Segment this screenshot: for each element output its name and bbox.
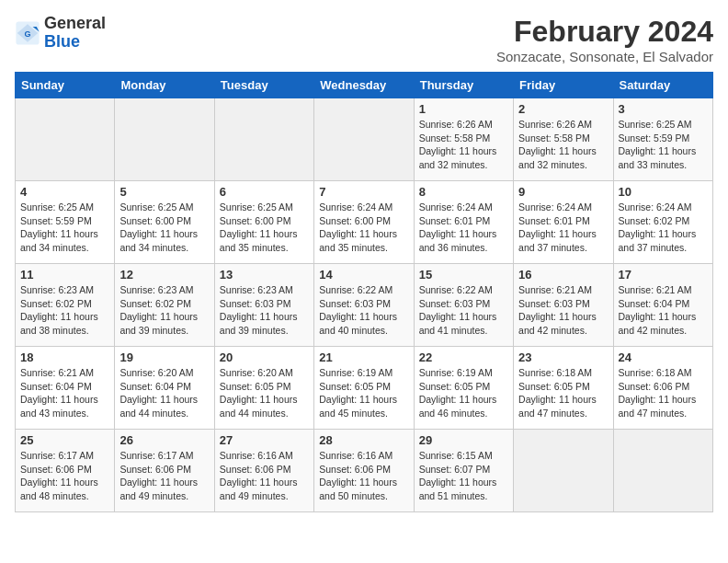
day-number: 13 — [220, 268, 309, 282]
day-info: Sunrise: 6:18 AM Sunset: 6:06 PM Dayligh… — [619, 366, 708, 420]
calendar-cell: 5Sunrise: 6:25 AM Sunset: 6:00 PM Daylig… — [115, 181, 214, 264]
calendar-cell — [613, 430, 712, 512]
day-number: 1 — [419, 102, 508, 116]
day-number: 20 — [220, 350, 309, 364]
day-number: 21 — [319, 350, 408, 364]
day-number: 17 — [619, 268, 708, 282]
calendar-table: SundayMondayTuesdayWednesdayThursdayFrid… — [15, 72, 713, 512]
day-number: 25 — [20, 433, 109, 447]
day-info: Sunrise: 6:21 AM Sunset: 6:04 PM Dayligh… — [619, 283, 708, 338]
calendar-cell: 9Sunrise: 6:24 AM Sunset: 6:01 PM Daylig… — [514, 181, 613, 264]
day-number: 9 — [518, 185, 608, 199]
day-info: Sunrise: 6:25 AM Sunset: 5:59 PM Dayligh… — [20, 201, 109, 255]
calendar-cell: 7Sunrise: 6:24 AM Sunset: 6:00 PM Daylig… — [314, 181, 414, 264]
day-info: Sunrise: 6:19 AM Sunset: 6:05 PM Dayligh… — [319, 366, 408, 420]
day-info: Sunrise: 6:18 AM Sunset: 6:05 PM Dayligh… — [518, 366, 608, 420]
svg-text:G: G — [24, 29, 30, 39]
calendar-cell — [514, 430, 613, 512]
day-number: 11 — [20, 268, 109, 282]
day-number: 4 — [20, 185, 109, 199]
day-number: 23 — [518, 350, 608, 364]
calendar-week-row: 4Sunrise: 6:25 AM Sunset: 5:59 PM Daylig… — [16, 181, 713, 264]
day-info: Sunrise: 6:17 AM Sunset: 6:06 PM Dayligh… — [20, 449, 109, 503]
calendar-cell: 10Sunrise: 6:24 AM Sunset: 6:02 PM Dayli… — [613, 181, 712, 264]
day-info: Sunrise: 6:23 AM Sunset: 6:03 PM Dayligh… — [220, 283, 309, 338]
day-info: Sunrise: 6:17 AM Sunset: 6:06 PM Dayligh… — [119, 449, 209, 503]
calendar-cell: 17Sunrise: 6:21 AM Sunset: 6:04 PM Dayli… — [613, 264, 712, 347]
day-info: Sunrise: 6:26 AM Sunset: 5:58 PM Dayligh… — [518, 118, 608, 172]
weekday-header-thursday: Thursday — [414, 73, 513, 98]
logo-text: General Blue — [44, 15, 106, 52]
day-number: 8 — [419, 185, 508, 199]
month-title: February 2024 — [496, 15, 713, 49]
day-number: 12 — [119, 268, 209, 282]
day-info: Sunrise: 6:24 AM Sunset: 6:01 PM Dayligh… — [518, 201, 608, 255]
calendar-cell: 26Sunrise: 6:17 AM Sunset: 6:06 PM Dayli… — [115, 430, 214, 512]
day-info: Sunrise: 6:25 AM Sunset: 5:59 PM Dayligh… — [619, 118, 708, 172]
day-info: Sunrise: 6:24 AM Sunset: 6:00 PM Dayligh… — [319, 201, 408, 255]
calendar-week-row: 11Sunrise: 6:23 AM Sunset: 6:02 PM Dayli… — [16, 264, 713, 347]
location: Sonzacate, Sonsonate, El Salvador — [496, 49, 713, 64]
day-number: 22 — [419, 350, 508, 364]
calendar-week-row: 1Sunrise: 6:26 AM Sunset: 5:58 PM Daylig… — [16, 98, 713, 181]
day-info: Sunrise: 6:19 AM Sunset: 6:05 PM Dayligh… — [419, 366, 508, 420]
day-number: 15 — [419, 268, 508, 282]
calendar-cell: 23Sunrise: 6:18 AM Sunset: 6:05 PM Dayli… — [514, 347, 613, 430]
weekday-header-saturday: Saturday — [613, 73, 712, 98]
calendar-cell — [16, 98, 115, 181]
day-number: 19 — [119, 350, 209, 364]
weekday-header-sunday: Sunday — [16, 73, 115, 98]
calendar-cell: 2Sunrise: 6:26 AM Sunset: 5:58 PM Daylig… — [514, 98, 613, 181]
day-info: Sunrise: 6:26 AM Sunset: 5:58 PM Dayligh… — [419, 118, 508, 172]
calendar-cell: 27Sunrise: 6:16 AM Sunset: 6:06 PM Dayli… — [214, 430, 313, 512]
calendar-cell: 6Sunrise: 6:25 AM Sunset: 6:00 PM Daylig… — [214, 181, 313, 264]
logo: G General Blue — [15, 15, 106, 52]
calendar-week-row: 18Sunrise: 6:21 AM Sunset: 6:04 PM Dayli… — [16, 347, 713, 430]
calendar-cell: 15Sunrise: 6:22 AM Sunset: 6:03 PM Dayli… — [414, 264, 513, 347]
calendar-cell: 20Sunrise: 6:20 AM Sunset: 6:05 PM Dayli… — [214, 347, 313, 430]
day-info: Sunrise: 6:20 AM Sunset: 6:05 PM Dayligh… — [220, 366, 309, 420]
calendar-cell: 13Sunrise: 6:23 AM Sunset: 6:03 PM Dayli… — [214, 264, 313, 347]
day-info: Sunrise: 6:15 AM Sunset: 6:07 PM Dayligh… — [419, 449, 508, 503]
calendar-cell: 4Sunrise: 6:25 AM Sunset: 5:59 PM Daylig… — [16, 181, 115, 264]
day-number: 27 — [220, 433, 309, 447]
calendar-cell: 22Sunrise: 6:19 AM Sunset: 6:05 PM Dayli… — [414, 347, 513, 430]
day-number: 6 — [220, 185, 309, 199]
calendar-cell — [115, 98, 214, 181]
calendar-body: 1Sunrise: 6:26 AM Sunset: 5:58 PM Daylig… — [16, 98, 713, 512]
calendar-cell: 25Sunrise: 6:17 AM Sunset: 6:06 PM Dayli… — [16, 430, 115, 512]
calendar-cell: 16Sunrise: 6:21 AM Sunset: 6:03 PM Dayli… — [514, 264, 613, 347]
weekday-header-friday: Friday — [514, 73, 613, 98]
weekday-header-wednesday: Wednesday — [314, 73, 414, 98]
day-number: 18 — [20, 350, 109, 364]
calendar-cell: 1Sunrise: 6:26 AM Sunset: 5:58 PM Daylig… — [414, 98, 513, 181]
day-number: 7 — [319, 185, 408, 199]
calendar-cell: 21Sunrise: 6:19 AM Sunset: 6:05 PM Dayli… — [314, 347, 414, 430]
day-info: Sunrise: 6:22 AM Sunset: 6:03 PM Dayligh… — [319, 283, 408, 338]
day-number: 28 — [319, 433, 408, 447]
calendar-cell — [214, 98, 313, 181]
calendar-cell: 8Sunrise: 6:24 AM Sunset: 6:01 PM Daylig… — [414, 181, 513, 264]
weekday-header-row: SundayMondayTuesdayWednesdayThursdayFrid… — [16, 73, 713, 98]
calendar-cell: 3Sunrise: 6:25 AM Sunset: 5:59 PM Daylig… — [613, 98, 712, 181]
day-info: Sunrise: 6:25 AM Sunset: 6:00 PM Dayligh… — [119, 201, 209, 255]
calendar-cell: 11Sunrise: 6:23 AM Sunset: 6:02 PM Dayli… — [16, 264, 115, 347]
day-info: Sunrise: 6:25 AM Sunset: 6:00 PM Dayligh… — [220, 201, 309, 255]
calendar-week-row: 25Sunrise: 6:17 AM Sunset: 6:06 PM Dayli… — [16, 430, 713, 512]
weekday-header-tuesday: Tuesday — [214, 73, 313, 98]
day-info: Sunrise: 6:23 AM Sunset: 6:02 PM Dayligh… — [20, 283, 109, 338]
day-info: Sunrise: 6:23 AM Sunset: 6:02 PM Dayligh… — [119, 283, 209, 338]
calendar-cell: 19Sunrise: 6:20 AM Sunset: 6:04 PM Dayli… — [115, 347, 214, 430]
calendar-cell: 18Sunrise: 6:21 AM Sunset: 6:04 PM Dayli… — [16, 347, 115, 430]
weekday-header-monday: Monday — [115, 73, 214, 98]
day-number: 2 — [518, 102, 608, 116]
calendar-cell: 24Sunrise: 6:18 AM Sunset: 6:06 PM Dayli… — [613, 347, 712, 430]
title-area: February 2024 Sonzacate, Sonsonate, El S… — [496, 15, 713, 64]
day-number: 26 — [119, 433, 209, 447]
day-number: 24 — [619, 350, 708, 364]
day-number: 16 — [518, 268, 608, 282]
day-info: Sunrise: 6:21 AM Sunset: 6:03 PM Dayligh… — [518, 283, 608, 338]
day-number: 10 — [619, 185, 708, 199]
logo-icon: G — [15, 20, 40, 46]
day-info: Sunrise: 6:24 AM Sunset: 6:01 PM Dayligh… — [419, 201, 508, 255]
